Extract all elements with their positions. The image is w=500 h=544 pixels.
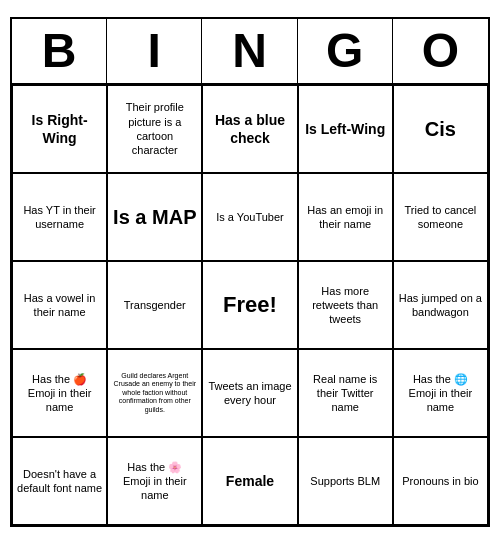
- bingo-cell-0: Is Right-Wing: [12, 85, 107, 173]
- bingo-cell-21: Has the 🌸 Emoji in their name: [107, 437, 202, 525]
- bingo-header: BINGO: [12, 19, 488, 85]
- bingo-cell-3: Is Left-Wing: [298, 85, 393, 173]
- bingo-cell-16: Guild declares Argent Crusade an enemy t…: [107, 349, 202, 437]
- bingo-cell-19: Has the 🌐 Emoji in their name: [393, 349, 488, 437]
- bingo-cell-12: Free!: [202, 261, 297, 349]
- bingo-letter-n: N: [202, 19, 297, 83]
- bingo-cell-6: Is a MAP: [107, 173, 202, 261]
- bingo-cell-2: Has a blue check: [202, 85, 297, 173]
- bingo-cell-18: Real name is their Twitter name: [298, 349, 393, 437]
- bingo-cell-9: Tried to cancel someone: [393, 173, 488, 261]
- bingo-cell-20: Doesn't have a default font name: [12, 437, 107, 525]
- bingo-cell-8: Has an emoji in their name: [298, 173, 393, 261]
- bingo-cell-24: Pronouns in bio: [393, 437, 488, 525]
- bingo-cell-5: Has YT in their username: [12, 173, 107, 261]
- bingo-letter-i: I: [107, 19, 202, 83]
- bingo-cell-11: Transgender: [107, 261, 202, 349]
- bingo-cell-1: Their profile picture is a cartoon chara…: [107, 85, 202, 173]
- bingo-letter-b: B: [12, 19, 107, 83]
- bingo-cell-4: Cis: [393, 85, 488, 173]
- bingo-cell-7: Is a YouTuber: [202, 173, 297, 261]
- bingo-cell-15: Has the 🍎 Emoji in their name: [12, 349, 107, 437]
- bingo-cell-23: Supports BLM: [298, 437, 393, 525]
- bingo-letter-g: G: [298, 19, 393, 83]
- bingo-cell-17: Tweets an image every hour: [202, 349, 297, 437]
- bingo-letter-o: O: [393, 19, 488, 83]
- bingo-grid: Is Right-WingTheir profile picture is a …: [12, 85, 488, 525]
- bingo-cell-22: Female: [202, 437, 297, 525]
- bingo-cell-10: Has a vowel in their name: [12, 261, 107, 349]
- bingo-cell-14: Has jumped on a bandwagon: [393, 261, 488, 349]
- bingo-cell-13: Has more retweets than tweets: [298, 261, 393, 349]
- bingo-card: BINGO Is Right-WingTheir profile picture…: [10, 17, 490, 527]
